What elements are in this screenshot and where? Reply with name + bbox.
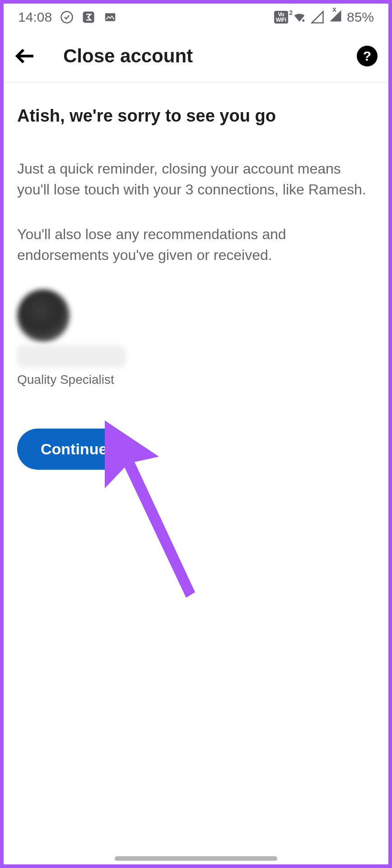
headline: Atish, we're sorry to see you go — [17, 106, 375, 126]
svg-point-0 — [61, 12, 73, 23]
status-time: 14:08 — [18, 9, 52, 25]
app-bar: Close account ? — [0, 33, 392, 83]
profile-name-redacted — [17, 345, 126, 367]
image-icon — [103, 10, 117, 24]
status-bar: 14:08 VoWiFi 2 x 85% — [0, 0, 392, 33]
lose-info-text: You'll also lose any recommendations and… — [17, 224, 375, 266]
battery-percent: 85% — [347, 9, 374, 25]
sigma-app-icon — [82, 10, 95, 24]
svg-rect-2 — [105, 13, 116, 21]
page-title: Close account — [63, 45, 330, 67]
checkmark-circle-icon — [60, 10, 74, 24]
main-content: Atish, we're sorry to see you go Just a … — [0, 83, 392, 470]
svg-point-3 — [302, 19, 304, 22]
avatar — [17, 289, 70, 342]
back-arrow-icon[interactable] — [14, 45, 36, 67]
home-indicator — [115, 856, 277, 861]
signal-x-icon: x — [329, 9, 342, 26]
profile-subtitle: Quality Specialist — [17, 373, 375, 387]
continue-button-label: Continue — [41, 440, 107, 458]
help-icon[interactable]: ? — [357, 46, 378, 66]
reminder-text: Just a quick reminder, closing your acco… — [17, 158, 375, 200]
continue-button[interactable]: Continue — [17, 429, 131, 470]
vowifi-icon: VoWiFi 2 — [274, 11, 288, 24]
signal-empty-icon — [311, 10, 324, 24]
wifi-icon — [293, 10, 306, 24]
connection-profile: Quality Specialist — [17, 289, 375, 387]
